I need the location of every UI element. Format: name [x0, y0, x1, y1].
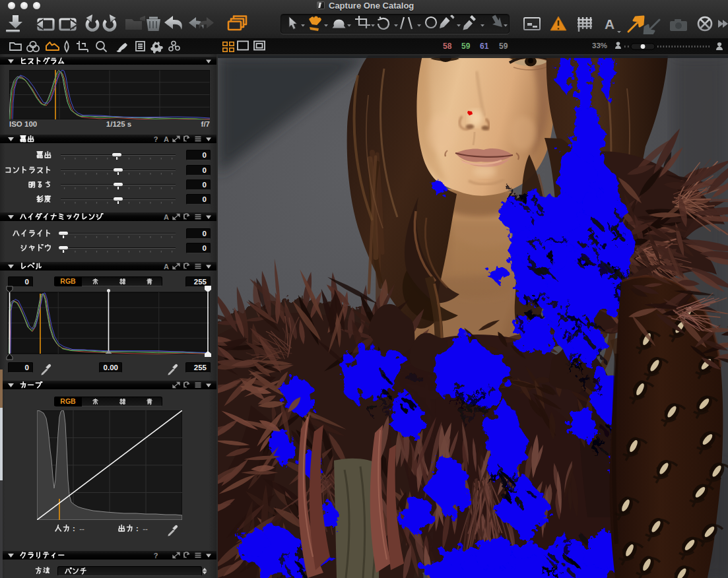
svg-text:59: 59 — [499, 42, 508, 51]
svg-text:?: ? — [154, 552, 158, 560]
svg-text:A: A — [605, 16, 614, 32]
svg-text:?: ? — [154, 135, 158, 143]
svg-text:33%: 33% — [592, 42, 607, 49]
svg-text:59: 59 — [461, 42, 471, 51]
svg-text:61: 61 — [480, 42, 489, 51]
svg-text:A: A — [164, 135, 169, 143]
svg-text:58: 58 — [443, 42, 452, 51]
svg-text:A: A — [164, 263, 169, 271]
svg-text:A: A — [164, 213, 169, 221]
